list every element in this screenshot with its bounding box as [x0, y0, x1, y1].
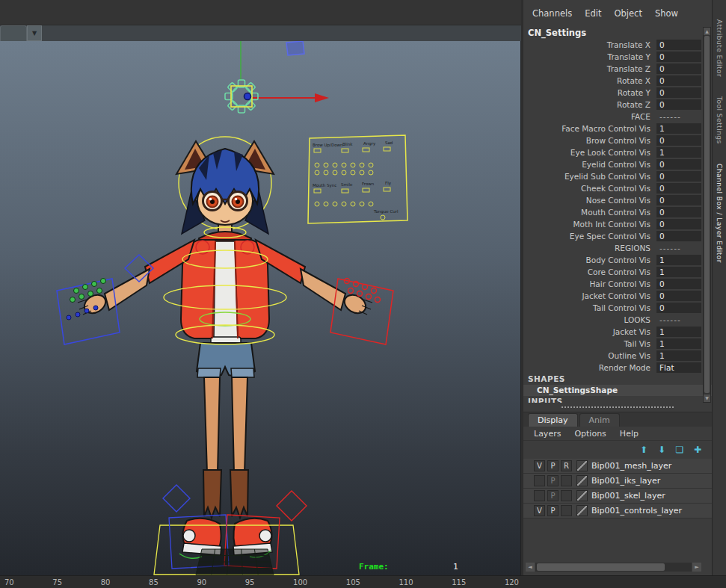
- face-control-panel[interactable]: Brow Up/Down Blink Angry Sad Mouth Sync …: [308, 135, 407, 223]
- channel-value-field[interactable]: 1: [656, 338, 701, 349]
- channel-value-field[interactable]: 0: [656, 52, 701, 62]
- channel-value-field[interactable]: 1: [656, 255, 701, 265]
- panel-tab-face[interactable]: [0, 25, 27, 41]
- channel-attribute-label[interactable]: Eyelid Sub Control Vis: [523, 172, 656, 181]
- channelbox-menu-edit[interactable]: Edit: [585, 8, 601, 19]
- layer-row[interactable]: V P Bip001_controls_layer: [523, 504, 712, 519]
- create-empty-layer-icon[interactable]: ❏: [673, 445, 686, 455]
- channel-value-field[interactable]: 0: [656, 183, 701, 194]
- channel-attribute-label[interactable]: Rotate X: [523, 76, 656, 85]
- channel-value-field[interactable]: 1: [656, 123, 701, 134]
- channel-attribute-label[interactable]: FACE: [523, 112, 656, 121]
- channel-value-field[interactable]: 1: [656, 350, 701, 361]
- channel-attribute-label[interactable]: Body Control Vis: [523, 256, 656, 264]
- channel-value-field[interactable]: 0: [656, 87, 701, 98]
- layer-color-swatch[interactable]: [576, 475, 588, 486]
- layer-visibility-toggle[interactable]: V: [534, 505, 545, 516]
- layer-displaytype-toggle[interactable]: [561, 505, 572, 516]
- layer-playback-toggle[interactable]: P: [547, 490, 559, 501]
- time-slider[interactable]: 707580859095100105110115120: [0, 575, 726, 588]
- channel-value-field[interactable]: 0: [656, 207, 701, 217]
- channel-value-field[interactable]: 0: [656, 75, 701, 86]
- layer-name[interactable]: Bip001_controls_layer: [591, 506, 682, 516]
- channel-value-field[interactable]: 0: [656, 195, 701, 205]
- channel-attribute-label[interactable]: Moth Int Control Vis: [523, 220, 656, 229]
- layer-visibility-toggle[interactable]: [534, 475, 545, 486]
- channel-attribute-label[interactable]: Translate Y: [523, 52, 656, 61]
- cn-settings-gear-control[interactable]: [225, 80, 258, 113]
- move-layer-up-icon[interactable]: ⬆: [637, 445, 650, 455]
- sidebar-tab-attribute-editor[interactable]: Attribute Editor: [716, 19, 723, 77]
- tab-display[interactable]: Display: [528, 413, 578, 427]
- channel-node-name[interactable]: CN_Settings: [523, 27, 712, 39]
- channel-attribute-label[interactable]: Render Mode: [523, 363, 656, 372]
- channel-value-field[interactable]: Flat: [656, 362, 701, 373]
- scroll-right-icon[interactable]: ►: [692, 563, 701, 572]
- face-panel-buttons-row2[interactable]: [314, 188, 390, 193]
- 3d-viewport[interactable]: Brow Up/Down Blink Angry Sad Mouth Sync …: [0, 41, 521, 575]
- layer-color-swatch[interactable]: [576, 490, 588, 501]
- channel-value-field[interactable]: 0: [656, 171, 701, 182]
- channel-attribute-label[interactable]: Nose Control Vis: [523, 196, 656, 205]
- channelbox-menu-show[interactable]: Show: [655, 8, 678, 19]
- shape-node-name[interactable]: CN_SettingsShape: [523, 385, 712, 396]
- layer-menu-help[interactable]: Help: [620, 429, 639, 439]
- channel-attribute-label[interactable]: Face Macro Control Vis: [523, 124, 656, 133]
- channel-attribute-label[interactable]: Jacket Control Vis: [523, 291, 656, 300]
- sidebar-tab-channel-box-layer-editor[interactable]: Channel Box / Layer Editor: [716, 164, 723, 263]
- splitter-handle-dots[interactable]: [562, 406, 674, 408]
- layer-horizontal-scrollbar[interactable]: ◄ ►: [526, 563, 701, 572]
- move-layer-down-icon[interactable]: ⬇: [655, 445, 668, 455]
- layer-row[interactable]: P Bip001_iks_layer: [523, 474, 712, 489]
- left-hand-controls[interactable]: [57, 279, 120, 345]
- face-panel-sliders-upper[interactable]: [315, 163, 373, 175]
- channel-attribute-label[interactable]: Brow Control Vis: [523, 136, 656, 145]
- channel-value-field[interactable]: 0: [656, 291, 701, 301]
- scroll-thumb[interactable]: [537, 563, 665, 571]
- chevron-down-icon[interactable]: ▼: [27, 25, 42, 41]
- channel-attribute-label[interactable]: Mouth Control Vis: [523, 208, 656, 217]
- channel-value-field[interactable]: 1: [656, 147, 701, 158]
- channel-attribute-label[interactable]: Eye Look Control Vis: [523, 148, 656, 157]
- sidebar-tab-tool-settings[interactable]: Tool Settings: [716, 96, 723, 144]
- face-panel-sliders-lower[interactable]: [315, 202, 373, 206]
- channel-value-field[interactable]: 0: [656, 231, 701, 241]
- channel-value-field[interactable]: 0: [656, 279, 701, 289]
- channel-value-field[interactable]: ------: [656, 315, 701, 325]
- layer-menu-layers[interactable]: Layers: [534, 429, 561, 439]
- channel-attribute-label[interactable]: Rotate Y: [523, 88, 656, 97]
- tongue-curl-control[interactable]: [381, 215, 385, 220]
- layer-row[interactable]: V P R Bip001_mesh_layer: [523, 459, 712, 474]
- face-panel-buttons-row1[interactable]: [314, 147, 390, 152]
- layer-row[interactable]: P Bip001_skel_layer: [523, 489, 712, 504]
- channel-attribute-label[interactable]: Tail Control Vis: [523, 303, 656, 312]
- channel-box-scrollbar[interactable]: ▲ ▼: [703, 27, 711, 403]
- channel-attribute-label[interactable]: Jacket Vis: [523, 327, 656, 336]
- channelbox-menu-object[interactable]: Object: [615, 8, 642, 19]
- layer-displaytype-toggle[interactable]: [561, 490, 572, 501]
- channel-attribute-label[interactable]: Hair Control Vis: [523, 279, 656, 288]
- layer-color-swatch[interactable]: [576, 460, 588, 471]
- layer-name[interactable]: Bip001_mesh_layer: [591, 461, 671, 471]
- panel-splitter[interactable]: [523, 403, 712, 412]
- layer-color-swatch[interactable]: [576, 505, 588, 516]
- channel-attribute-label[interactable]: Outline Vis: [523, 351, 656, 360]
- layer-displaytype-toggle[interactable]: [561, 475, 572, 486]
- channel-value-field[interactable]: 0: [656, 159, 701, 170]
- layer-name[interactable]: Bip001_skel_layer: [591, 491, 665, 501]
- channelbox-menu-channels[interactable]: Channels: [532, 8, 572, 19]
- scroll-track[interactable]: [535, 563, 692, 572]
- channel-attribute-label[interactable]: Core Control Vis: [523, 267, 656, 276]
- scroll-thumb[interactable]: [704, 36, 710, 393]
- channel-attribute-label[interactable]: Cheek Control Vis: [523, 184, 656, 193]
- channel-attribute-label[interactable]: Tail Vis: [523, 339, 656, 348]
- channel-attribute-label[interactable]: LOOKS: [523, 315, 656, 324]
- spine-top-control[interactable]: [286, 41, 304, 55]
- channel-value-field[interactable]: ------: [656, 111, 701, 122]
- panel-menu-tab[interactable]: ▼: [0, 25, 42, 41]
- layer-visibility-toggle[interactable]: [534, 490, 545, 501]
- channel-value-field[interactable]: 1: [656, 267, 701, 277]
- layer-playback-toggle[interactable]: P: [547, 475, 559, 486]
- layer-playback-toggle[interactable]: P: [547, 505, 559, 516]
- channel-value-field[interactable]: 0: [656, 99, 701, 110]
